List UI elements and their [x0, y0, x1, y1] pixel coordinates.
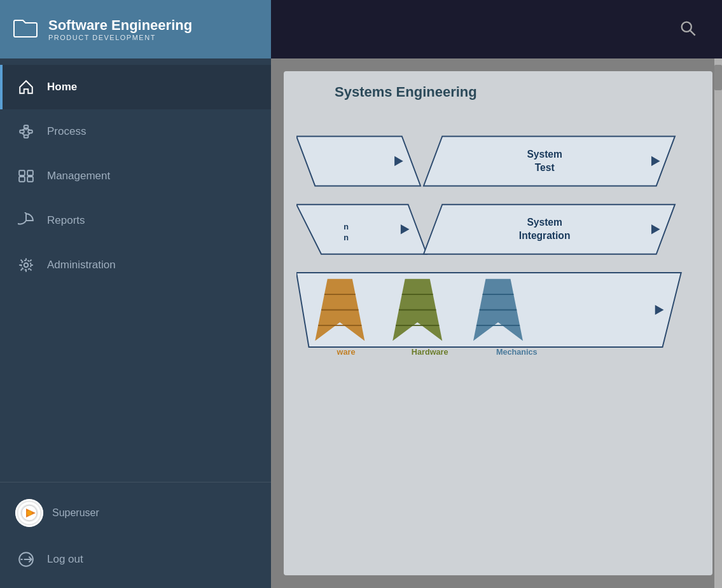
sidebar-item-process[interactable]: Process [0, 109, 271, 154]
svg-text:Test: Test [535, 162, 555, 173]
svg-point-15 [24, 263, 29, 268]
svg-text:n: n [344, 233, 349, 242]
svg-text:System: System [527, 149, 562, 160]
sidebar-label-logout: Log out [47, 553, 83, 566]
home-icon [18, 79, 34, 95]
sidebar: Home Process [0, 58, 271, 588]
sidebar-item-logout[interactable]: Log out [0, 537, 271, 582]
content-area: Systems Engineering System Test n [271, 58, 722, 588]
svg-rect-3 [20, 130, 24, 133]
systems-diagram: System Test n n System Integration [296, 113, 700, 482]
svg-text:Mechanics: Mechanics [496, 348, 538, 357]
svg-rect-2 [24, 125, 29, 128]
app-header: Software Engineering PRODUCT DEVELOPMENT [0, 0, 271, 58]
app-title-block: Software Engineering PRODUCT DEVELOPMENT [48, 17, 192, 41]
sidebar-bottom: Superuser Log out [0, 482, 271, 588]
sidebar-item-home[interactable]: Home [0, 65, 271, 109]
svg-rect-13 [27, 170, 33, 175]
svg-point-24 [27, 510, 32, 516]
folder-icon [13, 15, 38, 43]
app-title: Software Engineering [48, 17, 192, 34]
user-name: Superuser [52, 507, 99, 519]
sidebar-label-reports: Reports [47, 214, 85, 227]
process-icon [18, 123, 34, 140]
svg-rect-12 [19, 177, 25, 182]
svg-marker-29 [424, 136, 675, 186]
sidebar-nav: Home Process [0, 58, 271, 482]
main-layout: Home Process [0, 58, 722, 588]
svg-point-16 [21, 260, 31, 270]
user-avatar-icon [15, 499, 43, 527]
svg-text:System: System [527, 217, 562, 228]
app-subtitle: PRODUCT DEVELOPMENT [48, 34, 192, 41]
sidebar-user[interactable]: Superuser [0, 489, 271, 537]
sidebar-label-administration: Administration [47, 259, 116, 271]
top-bar: Software Engineering PRODUCT DEVELOPMENT [0, 0, 722, 58]
diagram-card: Systems Engineering System Test n [284, 71, 712, 575]
logout-icon [18, 551, 34, 568]
svg-rect-5 [24, 135, 29, 137]
scrollbar-track[interactable] [714, 58, 722, 588]
svg-rect-4 [28, 130, 32, 133]
diagram-title: Systems Engineering [335, 84, 700, 100]
sidebar-item-administration[interactable]: Administration [0, 243, 271, 287]
administration-icon [18, 257, 34, 273]
reports-icon [18, 212, 34, 229]
svg-marker-37 [424, 205, 675, 254]
avatar [15, 499, 43, 527]
svg-text:Integration: Integration [519, 230, 571, 241]
sidebar-item-management[interactable]: Management [0, 154, 271, 198]
svg-text:n: n [344, 222, 349, 231]
svg-line-1 [690, 31, 695, 36]
scrollbar-thumb[interactable] [714, 65, 722, 90]
management-icon [18, 168, 34, 184]
sidebar-label-home: Home [47, 81, 77, 93]
svg-rect-11 [19, 170, 25, 175]
svg-text:Hardware: Hardware [412, 348, 448, 357]
sidebar-label-process: Process [47, 125, 86, 138]
sidebar-item-reports[interactable]: Reports [0, 198, 271, 243]
svg-rect-14 [27, 177, 33, 182]
search-button[interactable] [679, 19, 709, 39]
svg-text:ware: ware [337, 348, 356, 357]
svg-point-0 [682, 22, 691, 32]
search-icon[interactable] [679, 28, 697, 39]
sidebar-label-management: Management [47, 170, 110, 182]
